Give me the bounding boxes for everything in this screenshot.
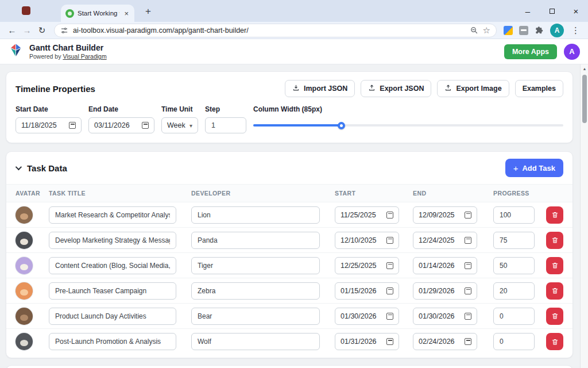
task-title-input[interactable] — [49, 206, 176, 224]
export-json-button[interactable]: Export JSON — [361, 80, 431, 97]
progress-input[interactable] — [493, 232, 535, 249]
site-info-icon[interactable] — [60, 26, 68, 34]
start-date-input[interactable]: 01/15/2026 — [335, 282, 399, 300]
forward-button[interactable]: → — [20, 23, 34, 38]
import-json-button[interactable]: Import JSON — [285, 80, 355, 97]
task-title-input[interactable] — [49, 282, 176, 300]
task-rows: 11/25/202512/09/202512/10/202512/24/2025… — [6, 202, 572, 354]
delete-task-button[interactable] — [546, 282, 563, 300]
task-title-input[interactable] — [49, 333, 176, 350]
end-date-input[interactable]: 01/30/2026 — [413, 308, 477, 325]
start-date-input[interactable]: 12/25/2025 — [335, 257, 399, 274]
delete-task-button[interactable] — [546, 257, 563, 274]
extension-gray-icon[interactable] — [519, 26, 528, 35]
start-date-field: Start Date 11/18/2025 — [16, 105, 82, 133]
calendar-icon — [69, 122, 76, 129]
extension-colored-icon[interactable] — [504, 26, 513, 35]
calendar-icon — [465, 212, 471, 218]
developer-input[interactable] — [191, 282, 320, 300]
progress-input[interactable] — [493, 333, 535, 350]
time-unit-field: Time Unit Week ▾ — [161, 105, 198, 133]
user-avatar[interactable]: A — [564, 44, 580, 60]
delete-task-button[interactable] — [546, 232, 563, 249]
browser-toolbar: ← → ↻ ai-toolbox.visual-paradigm.com/app… — [0, 22, 588, 39]
page-title: Gantt Chart Builder — [29, 43, 107, 53]
task-title-input[interactable] — [49, 308, 176, 325]
calendar-icon — [465, 338, 471, 345]
workspace-icon[interactable] — [22, 6, 30, 15]
delete-task-button[interactable] — [546, 308, 563, 325]
developer-input[interactable] — [191, 308, 320, 325]
end-date-input[interactable]: 12/09/2025 — [413, 206, 477, 224]
export-image-button[interactable]: Export Image — [437, 80, 509, 97]
examples-button[interactable]: Examples — [515, 80, 563, 97]
calendar-icon — [465, 313, 471, 320]
extensions-puzzle-icon[interactable] — [535, 26, 544, 35]
end-date-input[interactable]: 03/11/2026 — [88, 117, 154, 133]
back-button[interactable]: ← — [5, 23, 20, 38]
step-input[interactable] — [205, 117, 246, 133]
zoom-icon[interactable] — [470, 26, 478, 34]
progress-input[interactable] — [493, 257, 535, 274]
url-text[interactable]: ai-toolbox.visual-paradigm.com/app/gantt… — [73, 26, 465, 34]
visual-paradigm-link[interactable]: Visual Paradigm — [63, 53, 106, 60]
page-scrollbar[interactable]: ▲ — [580, 64, 588, 368]
calendar-icon — [386, 313, 393, 320]
end-date-input[interactable]: 12/24/2025 — [413, 232, 477, 249]
scrollbar-thumb[interactable] — [582, 75, 587, 123]
tab-favicon-icon — [65, 9, 74, 18]
start-date-label: Start Date — [16, 105, 82, 113]
add-task-label: Add Task — [522, 164, 555, 172]
add-task-button[interactable]: + Add Task — [505, 159, 563, 177]
import-json-label: Import JSON — [304, 85, 347, 93]
scrollbar-up-arrow[interactable]: ▲ — [581, 64, 588, 72]
calendar-icon — [386, 212, 393, 218]
calendar-icon — [465, 262, 471, 269]
end-date-input[interactable]: 01/29/2026 — [413, 282, 477, 300]
maximize-button[interactable] — [540, 0, 564, 22]
timeline-properties-card: Timeline Properties Import JSON Export J… — [6, 71, 573, 143]
task-title-input[interactable] — [49, 257, 176, 274]
developer-input[interactable] — [191, 232, 320, 249]
collapse-chevron-icon[interactable] — [16, 164, 22, 170]
column-header-start: START — [335, 190, 413, 197]
progress-input[interactable] — [493, 308, 535, 325]
slider-thumb[interactable] — [338, 122, 345, 129]
end-date-input[interactable]: 02/24/2026 — [413, 333, 477, 350]
minimize-button[interactable]: – — [516, 0, 540, 22]
progress-input[interactable] — [493, 206, 535, 224]
delete-task-button[interactable] — [546, 206, 563, 224]
close-button[interactable]: × — [564, 0, 588, 22]
browser-menu-icon[interactable]: ⋮ — [570, 25, 581, 36]
table-row: 01/30/202601/30/2026 — [6, 304, 572, 329]
time-unit-select[interactable]: Week ▾ — [161, 117, 198, 133]
tab-close-icon[interactable]: × — [123, 9, 130, 18]
developer-input[interactable] — [191, 206, 320, 224]
start-date-input[interactable]: 11/18/2025 — [16, 117, 82, 133]
new-tab-button[interactable]: + — [141, 5, 155, 18]
avatar — [16, 257, 33, 274]
end-date-input[interactable]: 01/14/2026 — [413, 257, 477, 274]
developer-input[interactable] — [191, 333, 320, 350]
start-date-input[interactable]: 12/10/2025 — [335, 232, 399, 249]
bookmark-star-icon[interactable]: ☆ — [483, 25, 490, 36]
progress-input[interactable] — [493, 282, 535, 300]
browser-tab[interactable]: Start Working with Free Online × — [61, 5, 134, 22]
app-title-block: Gantt Chart Builder Powered by Visual Pa… — [29, 43, 107, 60]
developer-input[interactable] — [191, 257, 320, 274]
column-width-field: Column Width (85px) — [253, 105, 563, 133]
timeline-properties-title: Timeline Properties — [16, 84, 95, 94]
examples-label: Examples — [523, 85, 556, 93]
delete-task-button[interactable] — [546, 333, 563, 350]
end-date-label: End Date — [88, 105, 154, 113]
column-width-slider[interactable] — [253, 117, 563, 133]
more-apps-button[interactable]: More Apps — [504, 44, 557, 59]
start-date-input[interactable]: 01/31/2026 — [335, 333, 399, 350]
start-date-input[interactable]: 11/25/2025 — [335, 206, 399, 224]
task-title-input[interactable] — [49, 232, 176, 249]
browser-profile-avatar[interactable]: A — [550, 24, 564, 37]
start-date-input[interactable]: 01/30/2026 — [335, 308, 399, 325]
maximize-icon — [550, 9, 555, 14]
reload-button[interactable]: ↻ — [34, 23, 49, 38]
address-bar[interactable]: ai-toolbox.visual-paradigm.com/app/gantt… — [54, 24, 497, 37]
